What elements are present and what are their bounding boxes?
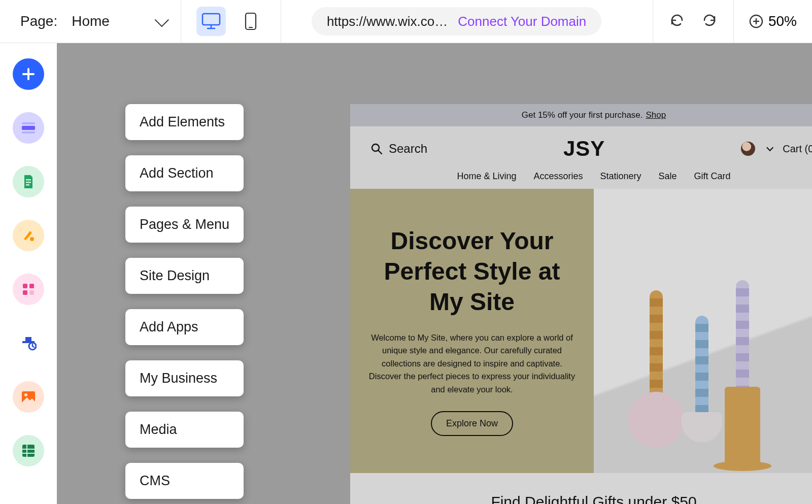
zoom-value: 50% [768,13,797,29]
pages-menu-label[interactable]: Pages & Menu [125,207,244,243]
nav-gift-card[interactable]: Gift Card [694,171,731,182]
add-elements-rail-button[interactable] [13,58,44,90]
nav-sale[interactable]: Sale [659,171,677,182]
nav-accessories[interactable]: Accessories [533,171,583,182]
svg-rect-24 [22,445,35,457]
svg-rect-10 [22,126,35,130]
desktop-view-button[interactable] [196,7,226,36]
hero-image [594,189,812,473]
page-selector[interactable]: Home [72,13,165,29]
page-selector-value: Home [72,13,110,29]
rail-label-tooltips: Add Elements Add Section Pages & Menu Si… [125,104,244,499]
page-icon [22,174,35,189]
apps-icon [22,283,35,296]
left-icon-rail [0,43,57,504]
desktop-icon [201,13,221,30]
promo-shop-link[interactable]: Shop [646,110,666,120]
divider [281,0,281,43]
media-icon [21,390,36,404]
svg-rect-15 [26,184,29,186]
svg-rect-12 [22,131,35,133]
zoom-control[interactable]: 50% [749,13,797,29]
add-section-rail-button[interactable] [13,112,44,144]
add-elements-label[interactable]: Add Elements [125,104,244,140]
media-label[interactable]: Media [125,412,244,448]
chevron-down-icon [155,13,169,27]
add-apps-label[interactable]: Add Apps [125,309,244,345]
svg-point-23 [24,393,27,396]
decor-candle [650,290,663,422]
nav-stationery[interactable]: Stationery [600,171,641,182]
promo-text: Get 15% off your first purchase. [522,110,643,120]
divider [653,0,653,43]
my-business-label[interactable]: My Business [125,360,244,396]
svg-rect-14 [26,182,31,183]
add-apps-rail-button[interactable] [13,274,44,305]
site-preview: Get 15% off your first purchase. Shop Se… [350,104,812,504]
search-label: Search [389,142,427,156]
site-nav: Home & Living Accessories Stationery Sal… [370,171,812,182]
search-icon [370,143,383,155]
redo-button[interactable] [701,12,718,31]
header-right: Cart (0) [741,142,812,156]
media-rail-button[interactable] [13,381,44,413]
svg-line-29 [378,150,382,154]
mobile-view-button[interactable] [236,7,265,36]
svg-rect-18 [29,284,34,288]
svg-rect-0 [202,14,220,25]
promo-bar: Get 15% off your first purchase. Shop [350,104,812,126]
svg-rect-17 [23,284,27,288]
avatar[interactable] [741,142,755,156]
chevron-down-icon[interactable] [766,144,773,151]
cart-link[interactable]: Cart (0) [783,143,812,155]
url-bar: https://www.wix.co… Connect Your Domain [312,7,601,36]
canvas-area: Add Elements Add Section Pages & Menu Si… [57,43,812,504]
nav-home-living[interactable]: Home & Living [457,171,516,182]
decor-candle [695,316,708,422]
my-business-rail-button[interactable] [13,327,44,359]
divider [181,0,181,43]
page-label: Page: [20,13,57,29]
hero-title: Discover Your Perfect Style at My Site [365,226,579,317]
add-section-label[interactable]: Add Section [125,155,244,191]
site-logo[interactable]: JSY [563,137,605,161]
zoom-plus-icon [749,14,763,28]
explore-now-button[interactable]: Explore Now [431,411,513,436]
gifts-heading: Find Delightful Gifts under $50 [350,473,812,504]
editor-topbar: Page: Home https://www.wix.co… Connect Y… [0,0,812,43]
site-header: Search JSY Cart (0) Home & Living Access… [350,126,812,189]
svg-rect-20 [29,290,34,295]
svg-rect-13 [26,179,31,181]
site-design-label[interactable]: Site Design [125,258,244,294]
svg-rect-19 [23,290,27,295]
connect-domain-link[interactable]: Connect Your Domain [458,14,586,29]
url-text: https://www.wix.co… [327,14,448,29]
hero-section: Discover Your Perfect Style at My Site W… [350,189,812,473]
device-toggle [196,7,265,36]
search-button[interactable]: Search [370,142,427,156]
site-design-rail-button[interactable] [13,220,44,251]
cms-label[interactable]: CMS [125,463,244,499]
workarea: Add Elements Add Section Pages & Menu Si… [0,43,812,504]
pages-menu-rail-button[interactable] [13,166,44,197]
undo-button[interactable] [668,12,686,31]
decor-candle [736,280,749,422]
divider [733,0,734,43]
section-icon [21,122,36,134]
mobile-icon [245,12,257,30]
cms-icon [21,444,36,458]
design-icon [21,228,36,243]
plus-icon [22,68,35,81]
cms-rail-button[interactable] [13,435,44,466]
svg-rect-11 [22,122,35,124]
hero-body: Welcome to My Site, where you can explor… [365,331,579,396]
undo-redo-group [668,12,718,31]
hero-left: Discover Your Perfect Style at My Site W… [350,189,594,473]
svg-point-16 [30,237,34,241]
business-icon [20,335,37,351]
